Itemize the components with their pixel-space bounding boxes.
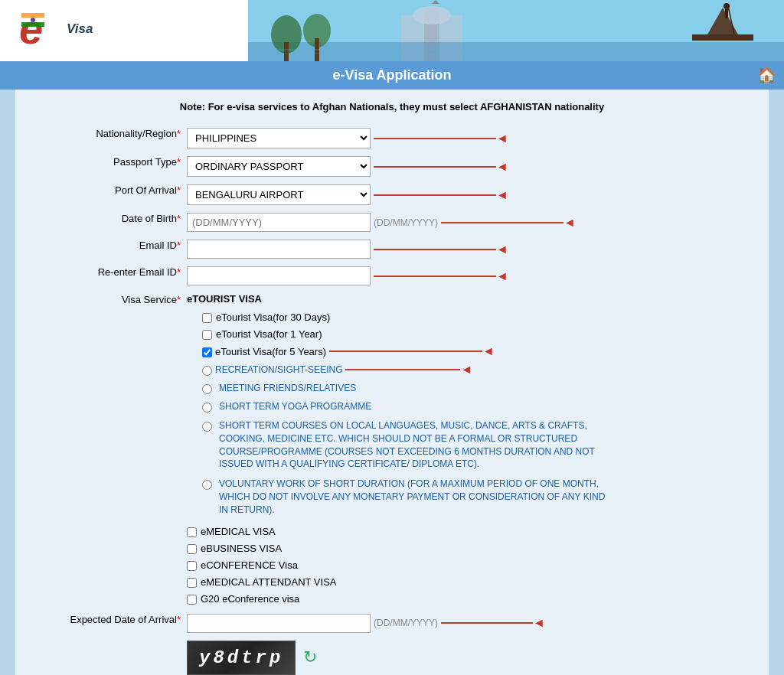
voluntary-radio[interactable] (202, 480, 212, 490)
yoga-label: SHORT TERM YOGA PROGRAMME (219, 401, 371, 412)
email-row: Email ID* ◄ (31, 236, 753, 262)
nationality-arrow: ◄ (374, 132, 508, 145)
ebusiness-label: eBUSINESS VISA (201, 543, 282, 554)
port-arrival-arrow: ◄ (374, 189, 508, 201)
email-arrow: ◄ (374, 243, 508, 256)
etourist-5yr-checkbox[interactable] (202, 347, 212, 357)
dob-row: Date of Birth* (DD/MM/YYYY) ◄ (31, 209, 753, 236)
email-input[interactable] (187, 240, 371, 259)
page-header: e Visa (0, 0, 784, 61)
etourist-category-label: eTOURIST VISA (187, 293, 750, 305)
passport-arrow: ◄ (374, 161, 508, 173)
dob-hint: (DD/MM/YYYY) (374, 217, 438, 228)
captcha-cell: y8dtrp ↻ (184, 637, 753, 675)
ebusiness-item: eBUSINESS VISA (187, 543, 750, 554)
courses-radio[interactable] (202, 422, 212, 432)
voluntary-label: VOLUNTARY WORK OF SHORT DURATION (FOR A … (219, 478, 608, 516)
expected-arrival-arrow: ◄ (441, 617, 545, 629)
passport-type-select[interactable]: ORDINARY PASSPORT DIPLOMATIC PASSPORT OF… (187, 156, 371, 177)
captcha-refresh-icon[interactable]: ↻ (303, 647, 317, 667)
recreation-item: RECREATION/SIGHT-SEEING ◄ (187, 364, 750, 376)
visa-service-label: Visa Service* (31, 289, 184, 610)
etourist-1yr-checkbox[interactable] (202, 330, 212, 340)
meeting-item: MEETING FRIENDS/RELATIVES (187, 383, 750, 394)
yoga-radio[interactable] (202, 403, 212, 412)
svg-rect-20 (21, 22, 44, 27)
econference-label: eCONFERENCE Visa (201, 559, 298, 571)
captcha-label-cell (31, 637, 184, 675)
header-scene (248, 0, 784, 61)
reenter-email-label: Re-enter Email ID* (31, 262, 184, 289)
logo-visa-text: Visa (67, 21, 93, 37)
logo: e (15, 4, 65, 54)
expected-arrival-label: Expected Date of Arrival* (31, 610, 184, 637)
etourist-5yr-item: eTourist Visa(for 5 Years) ◄ (187, 345, 750, 357)
port-arrival-select[interactable]: BENGALURU AIRPORT DELHI AIRPORT MUMBAI A… (187, 184, 371, 205)
svg-rect-18 (21, 13, 44, 18)
reenter-email-input[interactable] (187, 266, 371, 285)
page-title: e-Visa Application (332, 67, 451, 83)
svg-text:e: e (19, 5, 43, 53)
voluntary-item: VOLUNTARY WORK OF SHORT DURATION (FOR A … (187, 478, 608, 516)
svg-point-4 (413, 6, 451, 24)
expected-arrival-input[interactable] (187, 614, 371, 633)
dob-input-cell: (DD/MM/YYYY) ◄ (184, 209, 753, 236)
dob-label: Date of Birth* (31, 209, 184, 236)
g20-checkbox[interactable] (187, 595, 197, 605)
dob-arrow: ◄ (441, 217, 576, 229)
nationality-select[interactable]: PHILIPPINES AFGHANISTAN INDIA (187, 128, 371, 148)
etourist-30-label: eTourist Visa(for 30 Days) (216, 311, 330, 323)
courses-label: SHORT TERM COURSES ON LOCAL LANGUAGES, M… (219, 419, 608, 471)
nationality-label: Nationality/Region* (31, 124, 184, 152)
main-content: Note: For e-visa services to Afghan Nati… (15, 90, 769, 675)
emedical-label: eMEDICAL VISA (201, 526, 276, 537)
passport-type-label: Passport Type* (31, 152, 184, 181)
svg-rect-5 (248, 42, 784, 61)
emedical-checkbox[interactable] (187, 527, 197, 537)
recreation-label: RECREATION/SIGHT-SEEING (215, 364, 342, 375)
svg-rect-9 (725, 9, 728, 18)
passport-type-row: Passport Type* ORDINARY PASSPORT DIPLOMA… (31, 152, 753, 181)
nationality-row: Nationality/Region* PHILIPPINES AFGHANIS… (31, 124, 753, 152)
etourist-5yr-arrow: ◄ (329, 345, 495, 357)
visa-options: eTOURIST VISA eTourist Visa(for 30 Days)… (187, 293, 750, 606)
etourist-30-checkbox[interactable] (202, 313, 212, 323)
nationality-input-cell: PHILIPPINES AFGHANISTAN INDIA ◄ (184, 124, 753, 152)
g20-label: G20 eConference visa (201, 593, 299, 605)
svg-rect-12 (284, 42, 289, 61)
email-label: Email ID* (31, 236, 184, 262)
etourist-1yr-label: eTourist Visa(for 1 Year) (216, 328, 322, 340)
reenter-email-arrow: ◄ (374, 270, 508, 282)
emedical-attendant-item: eMEDICAL ATTENDANT VISA (187, 576, 750, 588)
home-icon[interactable]: 🏠 (757, 66, 776, 84)
meeting-radio[interactable] (202, 384, 212, 394)
visa-service-row: Visa Service* eTOURIST VISA eTourist Vis… (31, 289, 753, 610)
reenter-email-row: Re-enter Email ID* ◄ (31, 262, 753, 289)
expected-arrival-row: Expected Date of Arrival* (DD/MM/YYYY) ◄ (31, 610, 753, 637)
email-input-cell: ◄ (184, 236, 753, 262)
port-arrival-input-cell: BENGALURU AIRPORT DELHI AIRPORT MUMBAI A… (184, 181, 753, 209)
visa-service-input-cell: eTOURIST VISA eTourist Visa(for 30 Days)… (184, 289, 753, 610)
application-form: Nationality/Region* PHILIPPINES AFGHANIS… (31, 124, 753, 675)
g20-item: G20 eConference visa (187, 593, 750, 605)
dob-input[interactable] (187, 213, 371, 232)
page-title-bar: e-Visa Application 🏠 (0, 61, 784, 90)
reenter-email-input-cell: ◄ (184, 262, 753, 289)
courses-item: SHORT TERM COURSES ON LOCAL LANGUAGES, M… (187, 419, 608, 471)
ebusiness-checkbox[interactable] (187, 544, 197, 554)
emedical-attendant-label: eMEDICAL ATTENDANT VISA (201, 576, 336, 588)
recreation-radio[interactable] (202, 366, 212, 376)
recreation-arrow: ◄ (345, 364, 472, 376)
port-arrival-label: Port Of Arrival* (31, 181, 184, 209)
svg-point-21 (31, 18, 35, 22)
etourist-1yr-item: eTourist Visa(for 1 Year) (187, 328, 750, 340)
emedical-attendant-checkbox[interactable] (187, 578, 197, 588)
meeting-label: MEETING FRIENDS/RELATIVES (219, 383, 356, 393)
econference-item: eCONFERENCE Visa (187, 559, 750, 571)
captcha-row: y8dtrp ↻ (31, 637, 753, 675)
expected-arrival-hint: (DD/MM/YYYY) (374, 618, 438, 628)
note-text: Note: For e-visa services to Afghan Nati… (31, 101, 753, 112)
econference-checkbox[interactable] (187, 561, 197, 571)
svg-rect-6 (692, 34, 753, 41)
port-arrival-row: Port Of Arrival* BENGALURU AIRPORT DELHI… (31, 181, 753, 209)
